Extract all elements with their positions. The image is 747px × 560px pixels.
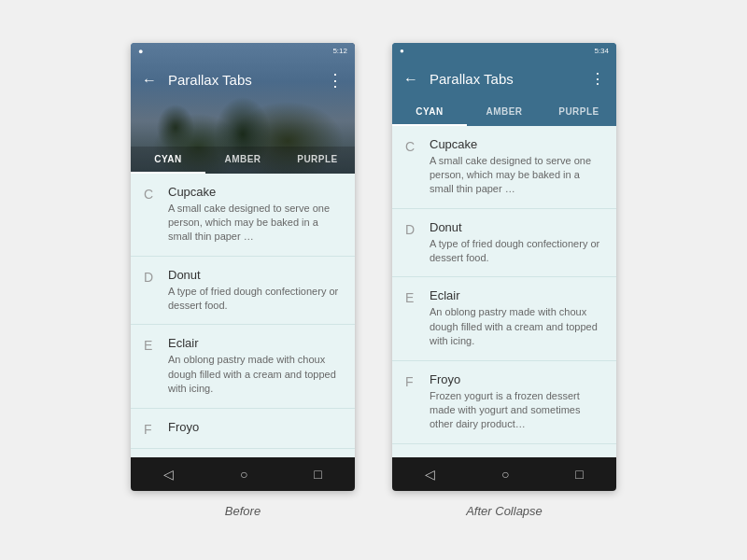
after-phone-wrapper: ● 5:34 ← Parallax Tabs ⋮ CYAN AMBER PURP…	[392, 43, 616, 518]
before-nav-recents[interactable]: □	[314, 467, 321, 482]
before-list-item-froyo: F Froyo	[131, 409, 355, 449]
before-title-donut: Donut	[168, 268, 342, 282]
after-title-froyo: Froyo	[430, 372, 603, 386]
before-tab-purple[interactable]: PURPLE	[280, 147, 355, 174]
after-tabs: CYAN AMBER PURPLE	[392, 99, 616, 126]
before-letter-f: F	[144, 420, 159, 437]
before-content-list: C Cupcake A small cake designed to serve…	[131, 174, 355, 457]
after-phone: ● 5:34 ← Parallax Tabs ⋮ CYAN AMBER PURP…	[392, 43, 616, 491]
before-list-item-cupcake: C Cupcake A small cake designed to serve…	[131, 174, 355, 257]
before-nav-back[interactable]: ◁	[163, 467, 174, 482]
after-list-item-gingerbread: G Gingerbread Refers to a broad category…	[392, 444, 616, 457]
after-app-title: Parallax Tabs	[430, 71, 590, 87]
after-desc-cupcake: A small cake designed to serve one perso…	[430, 154, 603, 197]
after-more-button[interactable]: ⋮	[590, 70, 605, 88]
after-tab-amber[interactable]: AMBER	[467, 99, 542, 126]
after-bottom-nav: ◁ ○ □	[392, 457, 616, 491]
before-desc-donut: A type of fried dough confectionery or d…	[168, 285, 342, 314]
after-list-item-froyo: F Froyo Frozen yogurt is a frozen desser…	[392, 361, 616, 444]
before-desc-cupcake: A small cake designed to serve one perso…	[168, 202, 342, 245]
after-tab-purple[interactable]: PURPLE	[542, 99, 616, 126]
after-title-cupcake: Cupcake	[430, 137, 603, 151]
before-title-froyo: Froyo	[168, 420, 199, 434]
after-desc-donut: A type of fried dough confectionery or d…	[430, 237, 603, 266]
after-title-donut: Donut	[430, 220, 603, 234]
after-title-eclair: Eclair	[430, 288, 603, 302]
before-nav-home[interactable]: ○	[240, 467, 247, 482]
status-left-icon: ●	[138, 47, 143, 56]
before-status-bar: ● 5:12	[131, 43, 355, 60]
before-list-item-eclair: E Eclair An oblong pastry made with chou…	[131, 325, 355, 408]
after-list-item-eclair: E Eclair An oblong pastry made with chou…	[392, 277, 616, 360]
before-phone-wrapper: ● 5:12 ← Parallax Tabs ⋮ CYAN AMBER PURP…	[131, 43, 355, 518]
before-app-title: Parallax Tabs	[168, 72, 327, 88]
before-title-cupcake: Cupcake	[168, 185, 342, 199]
after-status-left: ●	[400, 47, 404, 55]
after-content-list: C Cupcake A small cake designed to serve…	[392, 126, 616, 457]
after-status-bar: ● 5:34	[392, 43, 616, 60]
before-list-item-donut: D Donut A type of fried dough confection…	[131, 257, 355, 326]
before-letter-c: C	[144, 185, 159, 202]
before-letter-e: E	[144, 336, 159, 353]
after-nav-recents[interactable]: □	[575, 467, 583, 482]
before-desc-eclair: An oblong pastry made with choux dough f…	[168, 353, 342, 396]
after-nav-back[interactable]: ◁	[425, 467, 435, 482]
after-desc-froyo: Frozen yogurt is a frozen dessert made w…	[430, 389, 603, 432]
before-app-bar: ← Parallax Tabs ⋮	[131, 60, 355, 101]
status-icons-group: 5:12	[332, 47, 347, 55]
after-nav-home[interactable]: ○	[501, 467, 509, 482]
after-letter-f: F	[405, 372, 420, 389]
after-list-item-donut: D Donut A type of fried dough confection…	[392, 209, 616, 278]
main-container: ● 5:12 ← Parallax Tabs ⋮ CYAN AMBER PURP…	[112, 24, 635, 537]
before-back-button[interactable]: ←	[142, 72, 157, 89]
after-tab-cyan[interactable]: CYAN	[392, 99, 467, 126]
before-tab-amber[interactable]: AMBER	[205, 147, 280, 174]
before-more-button[interactable]: ⋮	[327, 70, 344, 91]
after-letter-d: D	[405, 220, 420, 237]
after-app-bar-container: ● 5:34 ← Parallax Tabs ⋮ CYAN AMBER PURP…	[392, 43, 616, 126]
before-phone: ● 5:12 ← Parallax Tabs ⋮ CYAN AMBER PURP…	[131, 43, 355, 491]
after-back-button[interactable]: ←	[403, 71, 418, 88]
status-time: 5:12	[332, 47, 347, 55]
after-status-time: 5:34	[594, 47, 609, 55]
before-title-eclair: Eclair	[168, 336, 342, 350]
before-letter-d: D	[144, 268, 159, 285]
after-letter-c: C	[405, 137, 420, 154]
before-tab-cyan[interactable]: CYAN	[131, 147, 205, 174]
after-app-bar-row: ← Parallax Tabs ⋮	[392, 60, 616, 99]
after-desc-eclair: An oblong pastry made with choux dough f…	[430, 305, 603, 348]
hero-section: ● 5:12 ← Parallax Tabs ⋮ CYAN AMBER PURP…	[131, 43, 355, 174]
after-label: After Collapse	[466, 504, 543, 518]
before-tabs: CYAN AMBER PURPLE	[131, 147, 355, 174]
before-label: Before	[225, 504, 261, 518]
after-letter-e: E	[405, 288, 420, 305]
before-bottom-nav: ◁ ○ □	[131, 457, 355, 491]
after-list-item-cupcake: C Cupcake A small cake designed to serve…	[392, 126, 616, 209]
